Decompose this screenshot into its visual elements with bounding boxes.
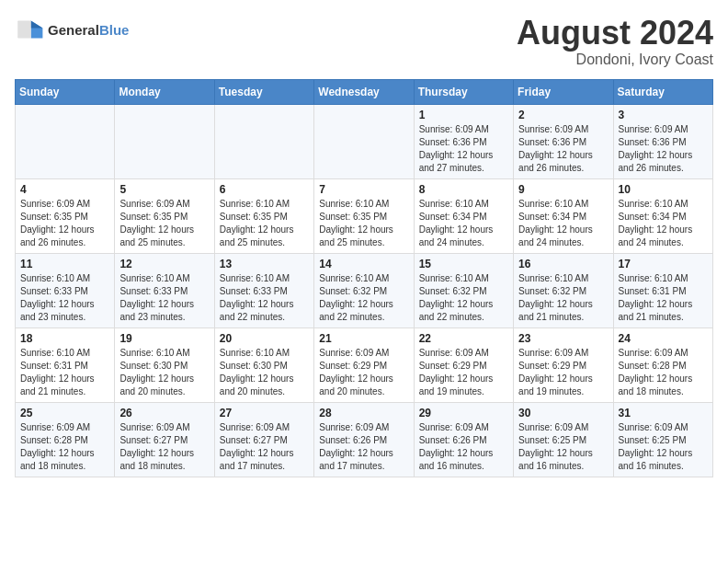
day-number: 20 [220,332,309,345]
day-info: Sunrise: 6:10 AM Sunset: 6:30 PM Dayligh… [220,347,309,398]
calendar-header-friday: Friday [514,79,613,104]
calendar-title: August 2024 [517,15,713,52]
day-info: Sunrise: 6:09 AM Sunset: 6:29 PM Dayligh… [518,347,608,398]
day-number: 7 [319,183,408,196]
calendar-cell: 18Sunrise: 6:10 AM Sunset: 6:31 PM Dayli… [16,327,115,402]
calendar-cell: 7Sunrise: 6:10 AM Sunset: 6:35 PM Daylig… [314,178,414,253]
day-number: 5 [119,183,209,196]
calendar-cell: 14Sunrise: 6:10 AM Sunset: 6:32 PM Dayli… [314,253,414,327]
calendar-cell: 13Sunrise: 6:10 AM Sunset: 6:33 PM Dayli… [214,253,313,327]
day-number: 15 [419,258,508,270]
calendar-week-row: 11Sunrise: 6:10 AM Sunset: 6:33 PM Dayli… [16,253,713,327]
calendar-header-wednesday: Wednesday [314,79,414,104]
calendar-week-row: 4Sunrise: 6:09 AM Sunset: 6:35 PM Daylig… [16,178,713,253]
calendar-cell: 24Sunrise: 6:09 AM Sunset: 6:28 PM Dayli… [613,327,712,402]
day-info: Sunrise: 6:10 AM Sunset: 6:31 PM Dayligh… [20,347,109,398]
calendar-header-monday: Monday [115,79,214,104]
calendar-cell: 23Sunrise: 6:09 AM Sunset: 6:29 PM Dayli… [514,327,613,402]
day-info: Sunrise: 6:09 AM Sunset: 6:36 PM Dayligh… [619,123,708,175]
calendar-cell: 20Sunrise: 6:10 AM Sunset: 6:30 PM Dayli… [214,327,313,402]
day-number: 31 [619,407,708,419]
calendar-cell: 31Sunrise: 6:09 AM Sunset: 6:25 PM Dayli… [613,402,712,477]
day-info: Sunrise: 6:10 AM Sunset: 6:34 PM Dayligh… [419,198,508,249]
calendar-week-row: 18Sunrise: 6:10 AM Sunset: 6:31 PM Dayli… [16,327,713,402]
calendar-cell: 15Sunrise: 6:10 AM Sunset: 6:32 PM Dayli… [414,253,513,327]
calendar-cell: 2Sunrise: 6:09 AM Sunset: 6:36 PM Daylig… [514,104,613,178]
calendar-week-row: 1Sunrise: 6:09 AM Sunset: 6:36 PM Daylig… [16,104,713,178]
calendar-header-thursday: Thursday [414,79,513,104]
day-info: Sunrise: 6:09 AM Sunset: 6:25 PM Dayligh… [619,421,708,473]
day-number: 10 [619,183,708,196]
day-info: Sunrise: 6:09 AM Sunset: 6:27 PM Dayligh… [119,421,209,473]
day-number: 9 [518,183,608,196]
day-number: 12 [119,258,209,270]
day-info: Sunrise: 6:09 AM Sunset: 6:26 PM Dayligh… [319,421,408,473]
day-info: Sunrise: 6:10 AM Sunset: 6:34 PM Dayligh… [619,198,708,249]
calendar-table: SundayMondayTuesdayWednesdayThursdayFrid… [15,79,713,477]
day-info: Sunrise: 6:10 AM Sunset: 6:31 PM Dayligh… [619,272,708,324]
day-info: Sunrise: 6:10 AM Sunset: 6:33 PM Dayligh… [220,272,309,324]
day-number: 4 [20,183,109,196]
day-number: 17 [619,258,708,270]
calendar-cell: 4Sunrise: 6:09 AM Sunset: 6:35 PM Daylig… [16,178,115,253]
calendar-cell: 26Sunrise: 6:09 AM Sunset: 6:27 PM Dayli… [115,402,214,477]
calendar-cell: 28Sunrise: 6:09 AM Sunset: 6:26 PM Dayli… [314,402,414,477]
calendar-cell [16,104,115,178]
calendar-cell: 16Sunrise: 6:10 AM Sunset: 6:32 PM Dayli… [514,253,613,327]
calendar-cell: 1Sunrise: 6:09 AM Sunset: 6:36 PM Daylig… [414,104,513,178]
calendar-cell: 27Sunrise: 6:09 AM Sunset: 6:27 PM Dayli… [214,402,313,477]
day-number: 14 [319,258,408,270]
day-number: 2 [518,109,608,121]
calendar-cell: 29Sunrise: 6:09 AM Sunset: 6:26 PM Dayli… [414,402,513,477]
page-header: GeneralBlue August 2024 Dondoni, Ivory C… [15,15,713,68]
day-number: 21 [319,332,408,345]
svg-rect-2 [17,20,30,38]
day-info: Sunrise: 6:09 AM Sunset: 6:25 PM Dayligh… [518,421,608,473]
day-number: 28 [319,407,408,419]
calendar-header-tuesday: Tuesday [214,79,313,104]
calendar-subtitle: Dondoni, Ivory Coast [517,52,713,68]
day-info: Sunrise: 6:09 AM Sunset: 6:26 PM Dayligh… [419,421,508,473]
day-number: 18 [20,332,109,345]
logo: GeneralBlue [15,15,129,44]
day-number: 13 [220,258,309,270]
day-number: 1 [419,109,508,121]
day-info: Sunrise: 6:09 AM Sunset: 6:28 PM Dayligh… [20,421,109,473]
day-number: 16 [518,258,608,270]
calendar-cell: 19Sunrise: 6:10 AM Sunset: 6:30 PM Dayli… [115,327,214,402]
day-info: Sunrise: 6:10 AM Sunset: 6:32 PM Dayligh… [518,272,608,324]
day-info: Sunrise: 6:09 AM Sunset: 6:36 PM Dayligh… [419,123,508,175]
calendar-cell: 3Sunrise: 6:09 AM Sunset: 6:36 PM Daylig… [613,104,712,178]
day-info: Sunrise: 6:10 AM Sunset: 6:32 PM Dayligh… [319,272,408,324]
day-number: 29 [419,407,508,419]
calendar-cell [314,104,414,178]
calendar-week-row: 25Sunrise: 6:09 AM Sunset: 6:28 PM Dayli… [16,402,713,477]
day-number: 27 [220,407,309,419]
calendar-cell: 10Sunrise: 6:10 AM Sunset: 6:34 PM Dayli… [613,178,712,253]
calendar-cell [115,104,214,178]
calendar-cell: 30Sunrise: 6:09 AM Sunset: 6:25 PM Dayli… [514,402,613,477]
day-number: 24 [619,332,708,345]
calendar-cell [214,104,313,178]
day-info: Sunrise: 6:10 AM Sunset: 6:35 PM Dayligh… [319,198,408,249]
logo-icon [15,15,44,44]
calendar-cell: 25Sunrise: 6:09 AM Sunset: 6:28 PM Dayli… [16,402,115,477]
calendar-cell: 5Sunrise: 6:09 AM Sunset: 6:35 PM Daylig… [115,178,214,253]
day-number: 26 [119,407,209,419]
day-info: Sunrise: 6:10 AM Sunset: 6:33 PM Dayligh… [20,272,109,324]
day-number: 23 [518,332,608,345]
day-info: Sunrise: 6:09 AM Sunset: 6:35 PM Dayligh… [119,198,209,249]
calendar-cell: 17Sunrise: 6:10 AM Sunset: 6:31 PM Dayli… [613,253,712,327]
day-info: Sunrise: 6:10 AM Sunset: 6:33 PM Dayligh… [119,272,209,324]
day-info: Sunrise: 6:10 AM Sunset: 6:35 PM Dayligh… [220,198,309,249]
calendar-header-saturday: Saturday [613,79,712,104]
day-info: Sunrise: 6:09 AM Sunset: 6:27 PM Dayligh… [220,421,309,473]
day-number: 30 [518,407,608,419]
calendar-cell: 11Sunrise: 6:10 AM Sunset: 6:33 PM Dayli… [16,253,115,327]
svg-marker-1 [31,20,43,28]
day-number: 22 [419,332,508,345]
day-number: 6 [220,183,309,196]
day-info: Sunrise: 6:09 AM Sunset: 6:35 PM Dayligh… [20,198,109,249]
calendar-header-sunday: Sunday [16,79,115,104]
calendar-cell: 8Sunrise: 6:10 AM Sunset: 6:34 PM Daylig… [414,178,513,253]
